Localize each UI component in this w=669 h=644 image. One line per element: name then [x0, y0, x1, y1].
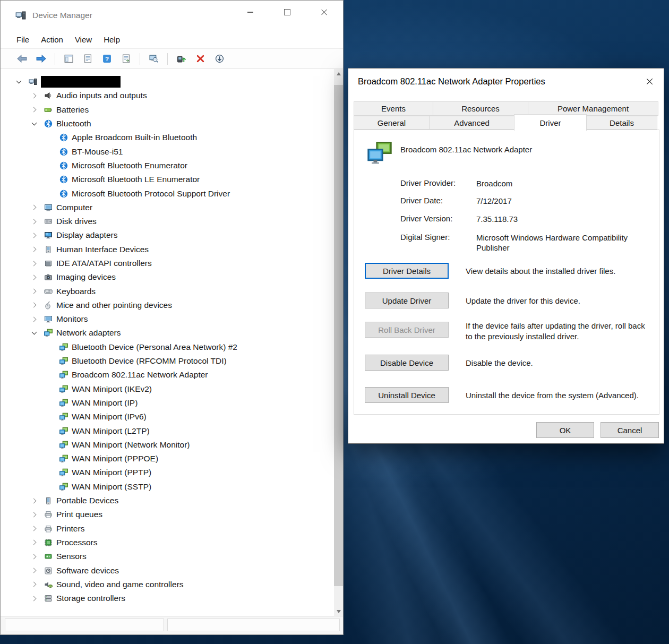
chevron-right-icon[interactable] — [29, 258, 39, 269]
update-driver-button[interactable]: Update Driver — [365, 293, 449, 308]
tree-item[interactable]: Storage controllers — [1, 591, 334, 605]
back-button[interactable] — [13, 51, 31, 66]
chevron-right-icon[interactable] — [29, 202, 39, 213]
tree-item[interactable]: Disk drives — [1, 214, 334, 228]
scrollbar-thumb[interactable] — [334, 85, 343, 586]
dialog-close-button[interactable] — [638, 71, 662, 92]
chevron-down-icon[interactable] — [29, 328, 39, 338]
chevron-down-icon[interactable] — [13, 76, 24, 87]
tree-item[interactable]: Imaging devices — [1, 270, 334, 284]
tab-details[interactable]: Details — [586, 116, 657, 130]
tree-item[interactable]: WAN Miniport (IKEv2) — [1, 382, 334, 396]
export-list-button[interactable] — [117, 51, 135, 66]
scrollbar-up-arrow[interactable] — [334, 69, 343, 78]
properties-button[interactable] — [79, 51, 97, 66]
menu-action[interactable]: Action — [35, 33, 69, 46]
chevron-right-icon[interactable] — [29, 90, 39, 101]
ok-button[interactable]: OK — [536, 422, 594, 438]
chevron-right-icon[interactable] — [29, 593, 39, 604]
chevron-right-icon[interactable] — [29, 105, 39, 115]
chevron-right-icon[interactable] — [29, 551, 39, 562]
uninstall-device-button[interactable] — [192, 51, 209, 66]
minimize-button[interactable] — [231, 1, 269, 24]
tree-item[interactable]: BT-Mouse-i51 — [1, 144, 334, 158]
tree-item[interactable]: Audio inputs and outputs — [1, 89, 334, 102]
tree-item-label: WAN Miniport (IP) — [72, 398, 138, 408]
chevron-right-icon[interactable] — [29, 286, 39, 297]
tree-item[interactable]: Keyboards — [1, 284, 334, 298]
disable-device-button[interactable] — [211, 51, 228, 66]
driver-details-button[interactable]: Driver Details — [365, 263, 449, 279]
tree-item[interactable]: Mice and other pointing devices — [1, 298, 334, 312]
chevron-right-icon[interactable] — [29, 565, 39, 576]
roll-back-driver-button[interactable]: Roll Back Driver — [365, 322, 449, 338]
tree-item[interactable]: Computer — [1, 201, 334, 214]
chevron-down-icon[interactable] — [29, 118, 39, 129]
tree-item[interactable]: WAN Miniport (SSTP) — [1, 480, 334, 494]
tree-item[interactable]: Processors — [1, 536, 334, 549]
tree-item[interactable]: Broadcom 802.11ac Network Adapter — [1, 368, 334, 382]
menu-help[interactable]: Help — [98, 33, 126, 46]
properties-dialog: Broadcom 802.11ac Network Adapter Proper… — [348, 68, 664, 444]
tree-item[interactable]: Microsoft Bluetooth Protocol Support Dri… — [1, 186, 334, 200]
tab-resources[interactable]: Resources — [433, 101, 528, 116]
no-chevron — [44, 467, 55, 478]
tree-item[interactable]: IDE ATA/ATAPI controllers — [1, 256, 334, 270]
menu-view[interactable]: View — [69, 33, 98, 46]
tree-item[interactable]: WAN Miniport (PPTP) — [1, 466, 334, 479]
tree-item[interactable]: Printers — [1, 522, 334, 536]
tab-events[interactable]: Events — [354, 101, 433, 116]
tab-advanced[interactable]: Advanced — [429, 116, 514, 130]
chevron-right-icon[interactable] — [29, 216, 39, 227]
tab-general[interactable]: General — [354, 116, 430, 130]
show-console-tree-button[interactable] — [60, 51, 78, 66]
menu-file[interactable]: File — [11, 33, 35, 46]
tree-item[interactable]: Monitors — [1, 312, 334, 326]
tree-item[interactable]: Apple Broadcom Built-in Bluetooth — [1, 131, 334, 144]
chevron-right-icon[interactable] — [29, 300, 39, 311]
tree-item[interactable]: Software devices — [1, 563, 334, 577]
tree-item[interactable]: Bluetooth Device (RFCOMM Protocol TDI) — [1, 354, 334, 368]
tree-item[interactable]: Batteries — [1, 103, 334, 117]
cancel-button[interactable]: Cancel — [601, 422, 659, 438]
chevron-right-icon[interactable] — [29, 314, 39, 324]
tree-item[interactable]: Bluetooth — [1, 117, 334, 131]
tree-item[interactable]: Bluetooth Device (Personal Area Network)… — [1, 340, 334, 354]
tree-item[interactable]: Sensors — [1, 549, 334, 563]
tree-item[interactable] — [1, 75, 334, 89]
scrollbar-down-arrow[interactable] — [334, 607, 343, 616]
tree-item[interactable]: Microsoft Bluetooth Enumerator — [1, 159, 334, 173]
tree-item[interactable]: WAN Miniport (IP) — [1, 396, 334, 410]
chevron-right-icon[interactable] — [29, 579, 39, 590]
disable-device-button[interactable]: Disable Device — [365, 355, 449, 371]
tree-item[interactable]: WAN Miniport (Network Monitor) — [1, 438, 334, 452]
forward-button[interactable] — [32, 51, 50, 66]
tree-item[interactable]: Human Interface Devices — [1, 243, 334, 256]
tree-item[interactable]: WAN Miniport (L2TP) — [1, 424, 334, 437]
tree-item[interactable]: WAN Miniport (PPPOE) — [1, 452, 334, 466]
tree-item[interactable]: Display adapters — [1, 228, 334, 242]
maximize-button[interactable] — [269, 1, 306, 24]
tree-item[interactable]: Network adapters — [1, 326, 334, 340]
tree-item[interactable]: WAN Miniport (IPv6) — [1, 410, 334, 424]
tab-driver[interactable]: Driver — [514, 114, 587, 131]
scan-hardware-button[interactable] — [145, 51, 162, 66]
help-button[interactable]: ? — [98, 51, 116, 66]
tree-item[interactable]: Print queues — [1, 508, 334, 521]
uninstall-device-button[interactable]: Uninstall Device — [365, 387, 449, 403]
chevron-right-icon[interactable] — [29, 495, 39, 506]
chevron-right-icon[interactable] — [29, 244, 39, 255]
tree-item[interactable]: Portable Devices — [1, 494, 334, 508]
chevron-right-icon[interactable] — [29, 537, 39, 548]
chevron-right-icon[interactable] — [29, 272, 39, 282]
tree-item[interactable]: Microsoft Bluetooth LE Enumerator — [1, 173, 334, 186]
close-button[interactable] — [306, 1, 343, 24]
update-driver-button[interactable] — [173, 51, 190, 66]
chevron-right-icon[interactable] — [29, 523, 39, 534]
chevron-right-icon[interactable] — [29, 509, 39, 520]
device-manager-app-icon — [15, 10, 26, 21]
tree-scrollbar[interactable] — [334, 69, 343, 616]
tree-item[interactable]: Sound, video and game controllers — [1, 578, 334, 591]
chevron-right-icon[interactable] — [29, 230, 39, 241]
tab-power-management[interactable]: Power Management — [528, 101, 658, 116]
